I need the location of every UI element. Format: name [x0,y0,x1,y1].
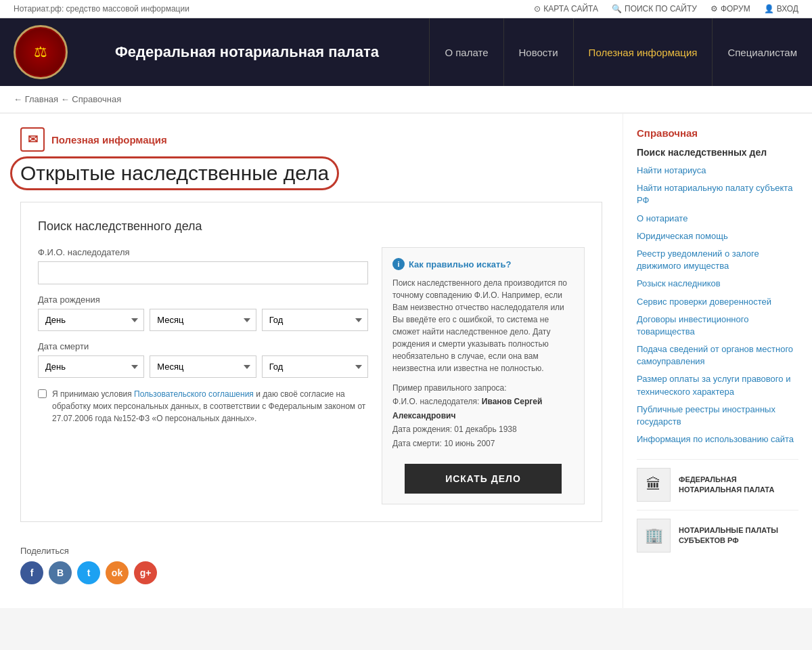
nav-news[interactable]: Новости [503,18,573,86]
page-title: Открытые наследственные дела [20,162,329,185]
hint-info-icon: i [392,258,405,270]
list-item: Найти нотариуса [637,165,798,177]
sidebar-link-3[interactable]: Юридическая помощь [637,230,798,242]
sidebar-link-9[interactable]: Размер оплаты за услуги правового и техн… [637,373,798,397]
list-item: Реестр уведомлений о залоге движимого им… [637,248,798,272]
twitter-icon[interactable]: t [77,561,100,584]
hint-text: Поиск наследственного дела производится … [392,277,574,374]
section-label: ✉ Полезная информация [20,127,602,152]
main-content: ✉ Полезная информация Открытые наследств… [0,114,623,608]
search-link[interactable]: 🔍 ПОИСК ПО САЙТУ [612,4,697,14]
org-icon-1: 🏢 [637,519,671,552]
birth-date-label: Дата рождения [38,295,368,305]
forum-icon: ⚙ [710,4,718,14]
death-date-label: Дата смерти [38,341,368,351]
org-name-1: НОТАРИАЛЬНЫЕ ПАЛАТЫ СУБЪЕКТОВ РФ [679,525,798,546]
list-item: Подача сведений от органов местного само… [637,343,798,368]
sidebar-link-4[interactable]: Реестр уведомлений о залоге движимого им… [637,248,798,272]
sidebar-link-8[interactable]: Подача сведений от органов местного само… [637,343,798,368]
list-item: Информация по использованию сайта [637,433,798,446]
fio-label: Ф.И.О. наследодателя [38,247,368,257]
breadcrumb: ← Главная ← Справочная [0,86,812,113]
org-item-1: 🏢 НОТАРИАЛЬНЫЕ ПАЛАТЫ СУБЪЕКТОВ РФ [637,510,798,561]
breadcrumb-reference[interactable]: Справочная [72,94,121,104]
breadcrumb-home[interactable]: Главная [25,94,58,104]
share-label: Поделиться [20,546,602,556]
list-item: Розыск наследников [637,278,798,290]
nav-useful[interactable]: Полезная информация [573,18,713,86]
section-label-text: Полезная информация [51,134,167,146]
list-item: Сервис проверки доверенностей [637,296,798,308]
section-icon: ✉ [20,127,45,152]
breadcrumb-sep: ← [61,94,72,104]
list-item: Размер оплаты за услуги правового и техн… [637,373,798,397]
header-title-area: Федеральная нотариальная палата [95,18,429,86]
death-year-select[interactable]: Год [262,355,368,378]
sidebar-title: Справочная [637,127,798,139]
org-icon-0: 🏛 [637,468,671,502]
sidebar-link-5[interactable]: Розыск наследников [637,278,798,290]
main-navigation: О палате Новости Полезная информация Спе… [429,18,812,86]
agreement-text: Я принимаю условия Пользовательского сог… [52,388,368,425]
nav-specialists[interactable]: Специалистам [712,18,812,86]
agreement-checkbox-row: Я принимаю условия Пользовательского сог… [38,388,368,425]
hint-title: Как правильно искать? [409,259,511,269]
list-item: О нотариате [637,213,798,225]
form-layout: Ф.И.О. наследодателя Дата рождения День … [38,247,585,504]
vk-icon[interactable]: В [49,561,72,584]
hint-example: Пример правильного запроса: Ф.И.О. насле… [392,381,574,450]
agreement-checkbox[interactable] [38,389,47,398]
page-title-container: Открытые наследственные дела [20,162,329,185]
hint-example-fio-row: Ф.И.О. наследодателя: Иванов Сергей Алек… [392,395,574,422]
user-icon: 👤 [764,4,774,14]
hint-box: i Как правильно искать? Поиск наследстве… [382,247,585,504]
sidebar-link-2[interactable]: О нотариате [637,213,798,225]
share-section: Поделиться f В t ok g+ [20,536,602,594]
hint-example-birth: 01 декабрь 1938 [454,425,516,434]
birth-month-select[interactable]: Месяц [150,309,256,331]
death-date-group: Дата смерти День Месяц Год [38,341,368,378]
map-icon: ⊙ [534,4,541,14]
facebook-icon[interactable]: f [20,561,43,584]
birth-year-select[interactable]: Год [262,309,368,331]
odnoklassniki-icon[interactable]: ok [106,561,129,584]
nav-about[interactable]: О палате [429,18,503,86]
sidebar-orgs: 🏛 ФЕДЕРАЛЬНАЯ НОТАРИАЛЬНАЯ ПАЛАТА 🏢 НОТА… [637,459,798,561]
site-title: Федеральная нотариальная палата [115,43,379,61]
sidebar-link-10[interactable]: Публичные реестры иностранных государств [637,404,798,428]
logo: ⚖ [14,25,68,79]
agreement-link[interactable]: Пользовательского соглашения [134,389,254,399]
logo-area: ⚖ [0,18,95,86]
sidebar: Справочная Поиск наследственных дел Найт… [623,114,812,608]
search-button[interactable]: ИСКАТЬ ДЕЛО [405,464,562,494]
sidebar-link-1[interactable]: Найти нотариальную палату субъекта РФ [637,182,798,207]
birth-date-group: Дата рождения День Месяц Год [38,295,368,331]
arrow-left-icon: ← [14,94,22,104]
sidebar-link-0[interactable]: Найти нотариуса [637,165,798,177]
birth-day-select[interactable]: День [38,309,144,331]
list-item: Найти нотариальную палату субъекта РФ [637,182,798,207]
death-month-select[interactable]: Месяц [150,355,256,378]
sidebar-link-11[interactable]: Информация по использованию сайта [637,433,798,446]
login-link[interactable]: 👤 ВХОД [764,4,798,14]
googleplus-icon[interactable]: g+ [134,561,157,584]
org-item-0: 🏛 ФЕДЕРАЛЬНАЯ НОТАРИАЛЬНАЯ ПАЛАТА [637,459,798,510]
sidebar-link-7[interactable]: Договоры инвестиционного товарищества [637,313,798,338]
map-link[interactable]: ⊙ КАРТА САЙТА [534,4,598,14]
site-name: Нотариат.рф: средство массовой информаци… [14,4,189,14]
search-btn-row: ИСКАТЬ ДЕЛО [392,464,574,494]
fio-input[interactable] [38,261,368,284]
sidebar-section-title: Поиск наследственных дел [637,147,798,158]
forum-link[interactable]: ⚙ ФОРУМ [710,4,750,14]
death-date-row: День Месяц Год [38,355,368,378]
hint-example-death-row: Дата смерти: 10 июнь 2007 [392,437,574,450]
form-title: Поиск наследственного дела [38,219,585,234]
sidebar-link-6[interactable]: Сервис проверки доверенностей [637,296,798,308]
top-bar: Нотариат.рф: средство массовой информаци… [0,0,812,18]
list-item: Договоры инвестиционного товарищества [637,313,798,338]
birth-date-row: День Месяц Год [38,309,368,331]
death-day-select[interactable]: День [38,355,144,378]
fio-group: Ф.И.О. наследодателя [38,247,368,284]
header: ⚖ Федеральная нотариальная палата О пала… [0,18,812,86]
social-icons: f В t ok g+ [20,561,602,584]
